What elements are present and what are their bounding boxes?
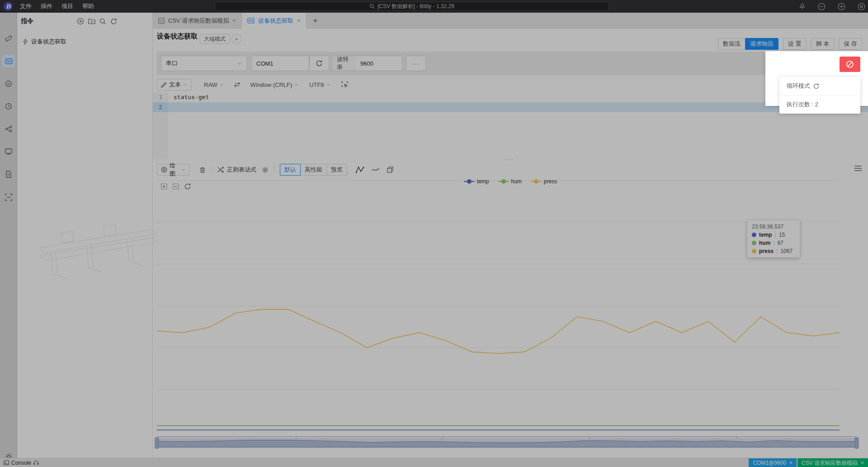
exec-count-item[interactable]: 执行次数 : 2: [779, 95, 860, 114]
loop-mode-menu: 循环模式 执行次数 : 2: [779, 77, 860, 114]
run-options-popover: 循环模式 执行次数 : 2: [765, 51, 868, 106]
loop-refresh-icon: [813, 83, 819, 89]
dim-overlay: [0, 0, 868, 467]
loop-mode-label: 循环模式: [787, 82, 810, 90]
stop-icon: [846, 60, 854, 68]
stop-button[interactable]: [840, 57, 860, 72]
exec-count-label: 执行次数 : 2: [787, 100, 818, 109]
loop-mode-item[interactable]: 循环模式: [779, 77, 860, 95]
